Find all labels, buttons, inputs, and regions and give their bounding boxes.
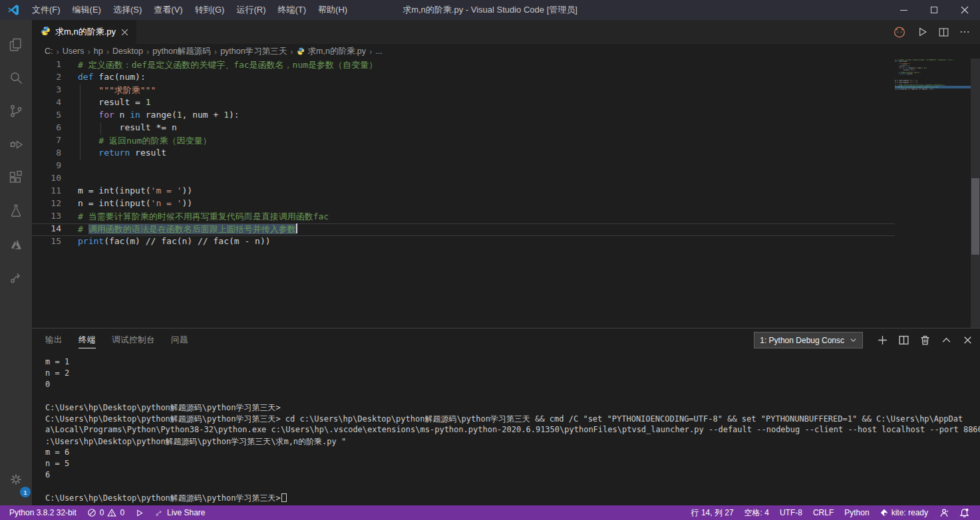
menu-item-2[interactable]: 选择(S) xyxy=(107,0,148,20)
line-number[interactable]: 11 xyxy=(32,186,61,198)
code-line-7[interactable]: 7 # 返回num的阶乘（因变量） xyxy=(32,135,895,148)
test-beaker-icon[interactable] xyxy=(0,194,32,227)
breadcrumb-item-5[interactable]: python学习第三天 xyxy=(220,46,287,57)
kite-status-item[interactable]: kite: ready xyxy=(875,505,933,520)
line-number[interactable]: 4 xyxy=(32,97,61,110)
run-debug-icon[interactable] xyxy=(0,128,32,161)
language-mode-item[interactable]: Python xyxy=(839,505,874,520)
run-file-icon[interactable] xyxy=(915,25,929,39)
code-lines: 1# 定义函数：def是定义函数的关键字、fac是函数名，num是参数（自变量）… xyxy=(32,59,895,249)
line-number[interactable]: 3 xyxy=(32,84,61,97)
feedback-person-icon xyxy=(939,508,949,518)
line-number[interactable]: 15 xyxy=(32,236,61,249)
terminal[interactable]: m = 1n = 20C:\Users\hp\Desktop\python解题源… xyxy=(32,352,980,505)
minimize-button[interactable] xyxy=(888,0,919,20)
new-terminal-icon[interactable] xyxy=(877,334,888,346)
breadcrumb-item-2[interactable]: hp xyxy=(94,47,103,56)
line-number[interactable]: 5 xyxy=(32,110,61,122)
breadcrumb-item-3[interactable]: Desktop xyxy=(112,47,143,56)
split-terminal-icon[interactable] xyxy=(898,334,909,346)
breadcrumb-item-1[interactable]: Users xyxy=(63,47,84,56)
kill-terminal-icon[interactable] xyxy=(919,334,931,346)
editor-tab[interactable]: 求m,n的阶乘.py xyxy=(32,20,136,44)
warning-count: 0 xyxy=(120,508,124,517)
feedback-item[interactable] xyxy=(933,505,954,520)
code-line-9[interactable]: 9 xyxy=(32,160,895,173)
code-line-2[interactable]: 2def fac(num): xyxy=(32,72,895,84)
code-line-3[interactable]: 3 """求阶乘""" xyxy=(32,84,895,97)
indentation-item[interactable]: 空格: 4 xyxy=(739,505,774,520)
minimap[interactable]: # 定义函数：def是定义函数的关键字、fac是函数名，num是参数（自变量）d… xyxy=(895,59,971,328)
menu-item-0[interactable]: 文件(F) xyxy=(26,0,67,20)
breadcrumb-item-0[interactable]: C: xyxy=(45,47,53,56)
line-number[interactable]: 2 xyxy=(32,72,61,84)
source-control-icon[interactable] xyxy=(0,94,32,128)
extension-face-icon[interactable] xyxy=(892,25,907,39)
editor-scrollbar[interactable] xyxy=(971,59,980,328)
more-actions-icon[interactable] xyxy=(959,26,971,38)
breadcrumb-item-4[interactable]: python解题源码 xyxy=(152,46,211,57)
explorer-icon[interactable] xyxy=(0,28,32,61)
panel: 输出终端调试控制台问题 1: Python Debug Consc xyxy=(32,328,980,505)
code-line-11[interactable]: 11m = int(input('m = ')) xyxy=(32,186,895,198)
code-line-12[interactable]: 12n = int(input('n = ')) xyxy=(32,198,895,211)
code-line-13[interactable]: 13# 当需要计算阶乘的时候不用再写重复代码而是直接调用函数fac xyxy=(32,211,895,223)
line-number[interactable]: 12 xyxy=(32,198,61,211)
menu-item-3[interactable]: 查看(V) xyxy=(148,0,188,20)
menu-item-7[interactable]: 帮助(H) xyxy=(312,0,353,20)
code-line-4[interactable]: 4 result = 1 xyxy=(32,97,895,110)
run-status-item[interactable] xyxy=(130,505,149,520)
panel-tab-0[interactable]: 输出 xyxy=(45,332,63,348)
line-number[interactable]: 13 xyxy=(32,211,61,223)
extensions-icon[interactable] xyxy=(0,161,32,194)
breadcrumb: C:›Users›hp›Desktop›python解题源码›python学习第… xyxy=(32,44,980,59)
code-line-10[interactable]: 10 xyxy=(32,173,895,186)
problems-item[interactable]: 0 0 xyxy=(82,505,130,520)
breadcrumb-item-6[interactable]: 求m,n的阶乘.py xyxy=(308,46,367,57)
code-line-6[interactable]: 6 result *= n xyxy=(32,122,895,135)
panel-tab-2[interactable]: 调试控制台 xyxy=(112,332,155,348)
code-line-15[interactable]: 15print(fac(m) // fac(n) // fac(m - n)) xyxy=(32,236,895,249)
line-number[interactable]: 8 xyxy=(32,148,61,160)
menu-item-5[interactable]: 运行(R) xyxy=(230,0,271,20)
manage-gear-icon[interactable]: 1 xyxy=(0,463,32,496)
menu-item-4[interactable]: 转到(G) xyxy=(189,0,231,20)
code-line-8[interactable]: 8 return result xyxy=(32,148,895,160)
code-editor[interactable]: 1# 定义函数：def是定义函数的关键字、fac是函数名，num是参数（自变量）… xyxy=(32,59,980,328)
maximize-panel-icon[interactable] xyxy=(941,334,952,346)
line-number[interactable]: 14 xyxy=(32,223,61,236)
menu-item-6[interactable]: 终端(T) xyxy=(271,0,312,20)
live-share-icon[interactable] xyxy=(0,261,32,294)
breadcrumb-item-7[interactable]: ... xyxy=(375,47,382,56)
scrollbar-thumb[interactable] xyxy=(971,178,979,255)
menu-item-1[interactable]: 编辑(E) xyxy=(67,0,107,20)
line-number[interactable]: 10 xyxy=(32,173,61,186)
panel-tab-1[interactable]: 终端 xyxy=(79,332,96,348)
notifications-item[interactable] xyxy=(954,505,975,520)
close-window-button[interactable] xyxy=(949,0,980,20)
line-number[interactable]: 7 xyxy=(32,135,61,148)
live-share-item[interactable]: Live Share xyxy=(149,505,210,520)
cursor-position-item[interactable]: 行 14, 列 27 xyxy=(686,505,739,520)
vscode-logo-icon xyxy=(7,3,20,17)
code-line-14[interactable]: 14# 调用函数的语法是在函数名后面跟上圆括号并传入参数 xyxy=(32,223,895,236)
split-editor-icon[interactable] xyxy=(937,26,950,39)
close-panel-icon[interactable] xyxy=(962,334,973,346)
indentation-label: 空格: 4 xyxy=(744,507,769,519)
code-line-1[interactable]: 1# 定义函数：def是定义函数的关键字、fac是函数名，num是参数（自变量） xyxy=(32,59,895,72)
line-number[interactable]: 9 xyxy=(32,160,61,173)
eol-item[interactable]: CRLF xyxy=(808,505,839,520)
python-version-label: Python 3.8.2 32-bit xyxy=(9,508,77,517)
line-number[interactable]: 6 xyxy=(32,122,61,135)
maximize-button[interactable] xyxy=(919,0,949,20)
terminal-select-dropdown[interactable]: 1: Python Debug Consc xyxy=(754,332,863,348)
search-icon[interactable] xyxy=(0,61,32,94)
tab-close-icon[interactable] xyxy=(120,28,129,37)
python-interpreter-item[interactable]: Python 3.8.2 32-bit xyxy=(4,505,82,520)
encoding-item[interactable]: UTF-8 xyxy=(774,505,808,520)
code-line-5[interactable]: 5 for n in range(1, num + 1): xyxy=(32,110,895,122)
status-right: 行 14, 列 27 空格: 4 UTF-8 CRLF Python kite:… xyxy=(686,505,975,520)
azure-icon[interactable] xyxy=(0,227,32,261)
line-number[interactable]: 1 xyxy=(32,59,61,72)
panel-tab-3[interactable]: 问题 xyxy=(171,332,188,348)
